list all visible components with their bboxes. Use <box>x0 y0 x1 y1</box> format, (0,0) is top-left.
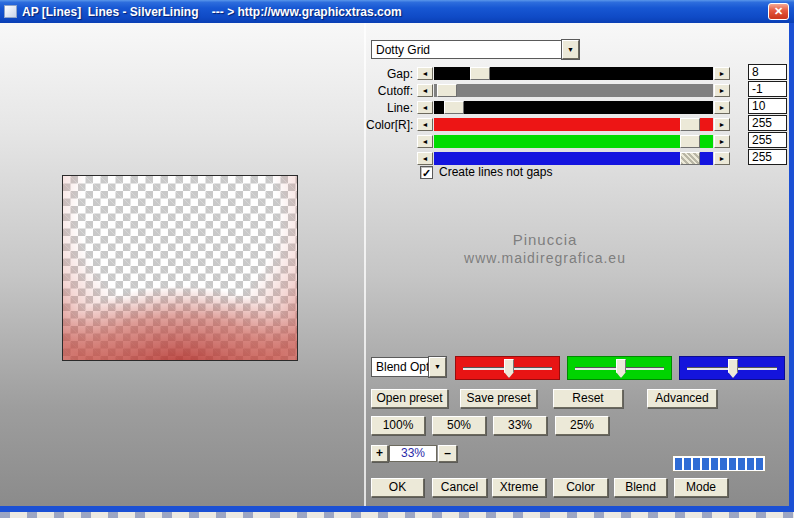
watermark-name: Pinuccia <box>405 230 685 249</box>
progress-segment <box>729 458 736 470</box>
arrow-left-icon[interactable]: ◄ <box>417 135 433 148</box>
slider-track[interactable] <box>434 101 713 114</box>
red-value-field[interactable]: 255 <box>748 115 787 131</box>
watermark-url: www.maidiregrafica.eu <box>405 249 685 268</box>
blue-value-field[interactable]: 255 <box>748 149 787 165</box>
progress-segment <box>747 458 754 470</box>
slider-track[interactable] <box>434 135 713 148</box>
chevron-down-icon[interactable]: ▼ <box>562 40 579 59</box>
preview-canvas[interactable] <box>62 175 298 361</box>
progress-segment <box>702 458 709 470</box>
line-value-field[interactable]: 10 <box>748 98 787 114</box>
slider-track[interactable] <box>434 118 713 131</box>
blend-slider-green[interactable] <box>567 356 672 380</box>
blend-options-value: Blend Opti <box>371 357 429 377</box>
slider-row-gap: Gap: ◄ ► <box>366 66 730 81</box>
close-icon[interactable]: ✕ <box>768 3 789 20</box>
arrow-left-icon[interactable]: ◄ <box>417 101 433 114</box>
slider-thumb[interactable] <box>470 67 490 80</box>
slider-thumb[interactable] <box>680 152 700 165</box>
save-preset-button[interactable]: Save preset <box>460 389 537 408</box>
open-preset-button[interactable]: Open preset <box>371 389 448 408</box>
blend-slider-blue[interactable] <box>679 356 785 380</box>
cancel-button[interactable]: Cancel <box>432 478 487 497</box>
blend-slider-red[interactable] <box>455 356 560 380</box>
arrow-left-icon[interactable]: ◄ <box>417 67 433 80</box>
slider-thumb[interactable] <box>680 118 700 131</box>
progress-bar <box>672 455 766 472</box>
arrow-left-icon[interactable]: ◄ <box>417 118 433 131</box>
slider-row-color-r: Color[R]: ◄ ► <box>366 117 730 132</box>
reset-button[interactable]: Reset <box>553 389 623 408</box>
mode-button[interactable]: Mode <box>674 478 728 497</box>
arrow-right-icon[interactable]: ► <box>714 135 730 148</box>
arrow-right-icon[interactable]: ► <box>714 101 730 114</box>
slider-track[interactable] <box>434 67 713 80</box>
watermark: Pinuccia www.maidiregrafica.eu <box>405 230 685 268</box>
chevron-down-icon[interactable]: ▼ <box>429 357 446 377</box>
ok-button[interactable]: OK <box>371 478 424 497</box>
zoom-level-value: 33% <box>389 445 437 462</box>
green-value-field[interactable]: 255 <box>748 132 787 148</box>
slider-thumb[interactable] <box>680 135 700 148</box>
progress-segment <box>738 458 745 470</box>
zoom-50-button[interactable]: 50% <box>432 416 486 435</box>
arrow-right-icon[interactable]: ► <box>714 152 730 165</box>
slider-thumb[interactable] <box>728 359 738 378</box>
arrow-right-icon[interactable]: ► <box>714 67 730 80</box>
title-bar[interactable]: AP [Lines] Lines - SilverLining --- > ht… <box>0 0 794 23</box>
zoom-100-button[interactable]: 100% <box>371 416 425 435</box>
advanced-button[interactable]: Advanced <box>647 389 717 408</box>
app-icon <box>4 5 17 18</box>
progress-segment <box>756 458 763 470</box>
arrow-right-icon[interactable]: ► <box>714 118 730 131</box>
create-lines-checkbox-row: ✓ Create lines not gaps <box>420 165 552 179</box>
progress-segment <box>693 458 700 470</box>
plugin-window: AP [Lines] Lines - SilverLining --- > ht… <box>0 0 794 518</box>
zoom-25-button[interactable]: 25% <box>555 416 609 435</box>
preview-effect-overlay <box>63 176 297 360</box>
slider-label: Cutoff: <box>366 84 417 98</box>
progress-segment <box>675 458 682 470</box>
zoom-in-button[interactable]: + <box>371 445 388 462</box>
slider-row-color-g: ◄ ► <box>366 134 730 149</box>
slider-row-color-b: ◄ ► <box>366 151 730 166</box>
zoom-33-button[interactable]: 33% <box>493 416 547 435</box>
slider-track[interactable] <box>434 84 713 97</box>
zoom-out-button[interactable]: – <box>438 445 457 462</box>
xtreme-button[interactable]: Xtreme <box>492 478 546 497</box>
slider-label: Gap: <box>366 67 417 81</box>
blend-options-dropdown[interactable]: Blend Opti ▼ <box>371 357 446 377</box>
window-border-right <box>789 23 794 506</box>
slider-label: Line: <box>366 101 417 115</box>
progress-segment <box>684 458 691 470</box>
gap-value-field[interactable]: 8 <box>748 64 787 80</box>
arrow-right-icon[interactable]: ► <box>714 84 730 97</box>
slider-thumb[interactable] <box>616 359 626 378</box>
arrow-left-icon[interactable]: ◄ <box>417 152 433 165</box>
color-button[interactable]: Color <box>553 478 608 497</box>
cutoff-value-field[interactable]: -1 <box>748 81 787 97</box>
preset-dropdown[interactable]: Dotty Grid ▼ <box>371 40 579 59</box>
checkbox-label: Create lines not gaps <box>439 165 552 179</box>
checkbox[interactable]: ✓ <box>420 166 433 179</box>
arrow-left-icon[interactable]: ◄ <box>417 84 433 97</box>
slider-track[interactable] <box>434 152 713 165</box>
preset-dropdown-value: Dotty Grid <box>371 40 562 59</box>
slider-thumb[interactable] <box>444 101 464 114</box>
window-title: AP [Lines] Lines - SilverLining --- > ht… <box>22 5 402 19</box>
progress-segment <box>720 458 727 470</box>
slider-label: Color[R]: <box>366 118 417 132</box>
background-toolbar-strip <box>0 512 794 518</box>
slider-row-cutoff: Cutoff: ◄ ► <box>366 83 730 98</box>
slider-thumb[interactable] <box>504 359 514 378</box>
slider-thumb[interactable] <box>437 84 457 97</box>
slider-row-line: Line: ◄ ► <box>366 100 730 115</box>
progress-segment <box>711 458 718 470</box>
blend-button[interactable]: Blend <box>614 478 667 497</box>
